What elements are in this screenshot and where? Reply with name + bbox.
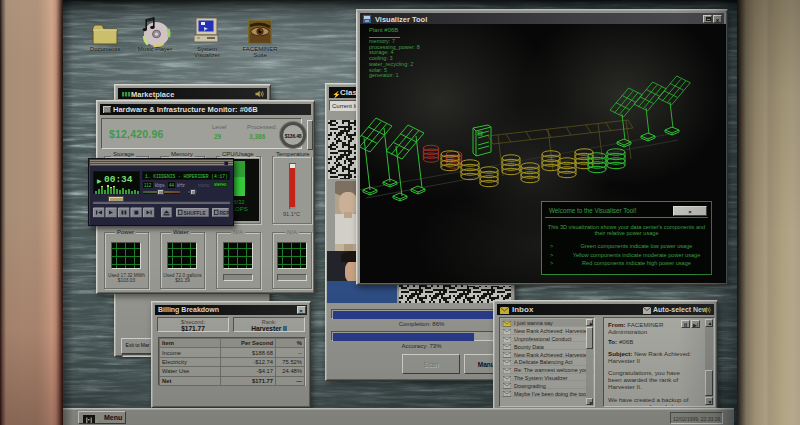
svg-text:REP: REP bbox=[220, 211, 231, 216]
svg-text:SHUFFLE: SHUFFLE bbox=[184, 211, 207, 216]
